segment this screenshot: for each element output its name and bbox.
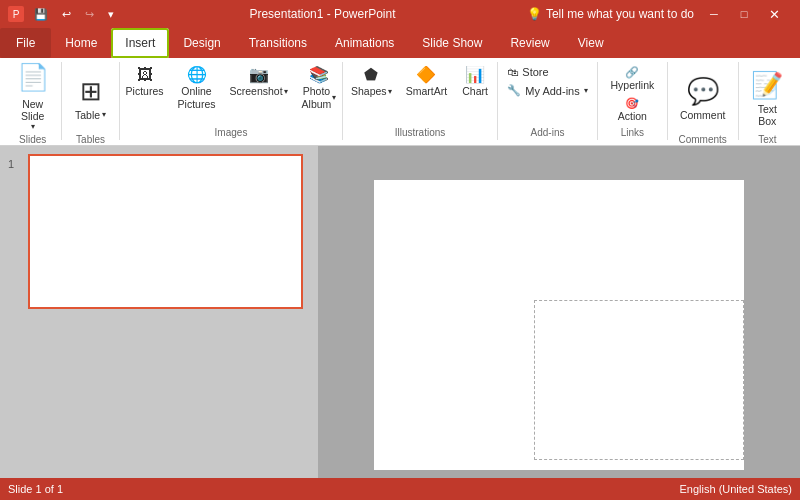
hyperlink-icon: 🔗 (625, 66, 639, 79)
menu-transitions[interactable]: Transitions (235, 28, 321, 58)
new-slide-label: NewSlide (21, 98, 44, 122)
minimize-button[interactable]: ─ (704, 5, 724, 23)
table-icon: ⊞ (80, 76, 102, 107)
comment-icon: 💬 (687, 76, 719, 107)
menu-view[interactable]: View (564, 28, 618, 58)
screenshot-label: Screenshot (229, 85, 282, 98)
menu-animations[interactable]: Animations (321, 28, 408, 58)
slides-group-label: Slides (19, 134, 46, 145)
screenshot-label-row: Screenshot ▾ (229, 85, 287, 98)
table-dropdown[interactable]: ▾ (102, 110, 106, 119)
ribbon-group-images: 🖼 Pictures 🌐 OnlinePictures 📷 Screenshot… (120, 62, 343, 140)
my-addins-dropdown[interactable]: ▾ (584, 86, 588, 95)
slide-panel[interactable]: 1 (0, 146, 318, 500)
hyperlink-label: Hyperlink (610, 79, 654, 91)
chart-label: Chart (462, 85, 488, 98)
ribbon-group-links: 🔗 Hyperlink 🎯 Action Links (598, 62, 667, 140)
slides-group-items: 📄 NewSlide ▾ (9, 64, 57, 132)
photo-album-icon: 📚 (309, 67, 329, 83)
shapes-button[interactable]: ⬟ Shapes ▾ (345, 64, 398, 101)
action-button[interactable]: 🎯 Action (610, 95, 655, 124)
undo-qat-button[interactable]: ↩ (58, 6, 75, 23)
menu-slideshow[interactable]: Slide Show (408, 28, 496, 58)
slide-placeholder-box (534, 300, 744, 460)
screenshot-button[interactable]: 📷 Screenshot ▾ (223, 64, 293, 101)
online-pictures-label: OnlinePictures (178, 85, 216, 110)
ribbon-content: 📄 NewSlide ▾ Slides ⊞ Table ▾ (0, 62, 800, 140)
ribbon-far-right: 💡 Tell me what you want to do ─ □ ✕ (527, 5, 792, 23)
chart-button[interactable]: 📊 Chart (455, 64, 495, 101)
text-box-button[interactable]: 📝 TextBox (743, 64, 791, 132)
links-group-items: 🔗 Hyperlink 🎯 Action (602, 64, 662, 125)
redo-qat-button[interactable]: ↪ (81, 6, 98, 23)
qat-customize-button[interactable]: ▾ (104, 6, 118, 23)
screenshot-icon: 📷 (249, 67, 269, 83)
comment-button[interactable]: 💬 Comment (672, 64, 734, 132)
language-status: English (United States) (680, 483, 793, 495)
shapes-label: Shapes (351, 85, 387, 98)
pictures-button[interactable]: 🖼 Pictures (120, 64, 170, 101)
app-icon: P (8, 6, 24, 22)
photo-album-label: PhotoAlbum (302, 85, 332, 110)
menu-file[interactable]: File (0, 28, 51, 58)
menu-insert[interactable]: Insert (111, 28, 169, 58)
table-label: Table (75, 109, 100, 121)
maximize-button[interactable]: □ (734, 5, 754, 23)
smartart-button[interactable]: 🔶 SmartArt (400, 64, 453, 101)
illustrations-group-items: ⬟ Shapes ▾ 🔶 SmartArt 📊 Chart (345, 64, 495, 125)
comments-group-label: Comments (678, 134, 726, 145)
addins-group-label: Add-ins (531, 127, 565, 138)
slide-thumbnail-row: 1 (8, 154, 310, 309)
photo-album-button[interactable]: 📚 PhotoAlbum ▾ (296, 64, 343, 113)
tellme-text: Tell me what you want to do (546, 7, 694, 21)
my-addins-button[interactable]: 🔧 My Add-ins ▾ (501, 82, 593, 99)
my-addins-icon: 🔧 (507, 84, 521, 97)
text-group-items: 📝 TextBox (743, 64, 791, 132)
addins-stacked: 🛍 Store 🔧 My Add-ins ▾ (501, 64, 593, 99)
slide-thumbnail[interactable] (28, 154, 303, 309)
action-label: Action (618, 110, 647, 122)
new-slide-dropdown[interactable]: ▾ (31, 122, 35, 131)
store-icon: 🛍 (507, 66, 518, 78)
links-group-label: Links (621, 127, 644, 138)
store-label: Store (522, 66, 548, 78)
menu-home[interactable]: Home (51, 28, 111, 58)
tellme-icon: 💡 (527, 7, 542, 21)
slide-canvas (374, 180, 744, 470)
photo-album-label-row: PhotoAlbum ▾ (302, 85, 337, 110)
images-group-items: 🖼 Pictures 🌐 OnlinePictures 📷 Screenshot… (120, 64, 343, 125)
my-addins-label: My Add-ins (525, 85, 579, 97)
action-icon: 🎯 (625, 97, 639, 110)
new-slide-icon: 📄 (17, 62, 49, 93)
tell-me-bar[interactable]: 💡 Tell me what you want to do (527, 7, 694, 21)
online-pictures-icon: 🌐 (187, 67, 207, 83)
pictures-icon: 🖼 (137, 67, 153, 83)
images-group-label: Images (215, 127, 248, 138)
tables-group-items: ⊞ Table ▾ (67, 64, 114, 132)
title-bar-title: Presentation1 - PowerPoint (118, 7, 527, 21)
text-group-label: Text (758, 134, 776, 145)
tables-group-label: Tables (76, 134, 105, 145)
shapes-icon: ⬟ (364, 67, 378, 83)
addins-group-items: 🛍 Store 🔧 My Add-ins ▾ (501, 64, 593, 125)
new-slide-button[interactable]: 📄 NewSlide ▾ (9, 64, 57, 132)
store-button[interactable]: 🛍 Store (501, 64, 593, 80)
save-qat-button[interactable]: 💾 (30, 6, 52, 23)
ribbon-group-tables: ⊞ Table ▾ Tables (62, 62, 119, 140)
chart-icon: 📊 (465, 67, 485, 83)
canvas-area[interactable] (318, 146, 800, 500)
menu-review[interactable]: Review (496, 28, 563, 58)
table-button[interactable]: ⊞ Table ▾ (67, 64, 114, 132)
ribbon: 📄 NewSlide ▾ Slides ⊞ Table ▾ (0, 58, 800, 146)
main-area: 1 (0, 146, 800, 500)
ribbon-group-illustrations: ⬟ Shapes ▾ 🔶 SmartArt 📊 Chart Illustrati… (343, 62, 498, 140)
close-button[interactable]: ✕ (764, 5, 784, 23)
title-bar: P 💾 ↩ ↪ ▾ Presentation1 - PowerPoint 💡 T… (0, 0, 800, 28)
shapes-label-row: Shapes ▾ (351, 85, 392, 98)
table-label-row: Table ▾ (75, 109, 106, 121)
menu-design[interactable]: Design (169, 28, 234, 58)
hyperlink-button[interactable]: 🔗 Hyperlink (602, 64, 662, 93)
text-box-label: TextBox (758, 103, 777, 127)
online-pictures-button[interactable]: 🌐 OnlinePictures (172, 64, 222, 113)
slide-number: 1 (8, 158, 22, 170)
